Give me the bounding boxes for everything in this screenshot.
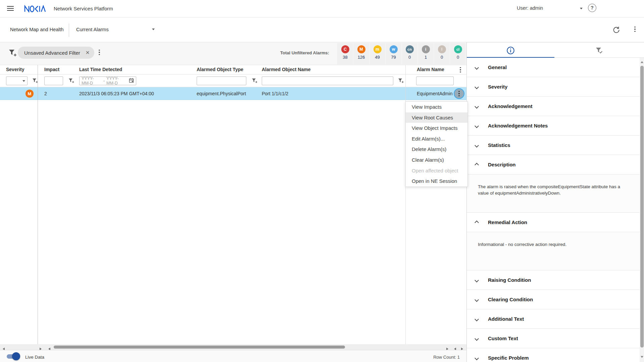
panel-tab-bar: [467, 42, 644, 58]
user-menu[interactable]: User: admin: [517, 5, 543, 11]
advanced-filter-chip[interactable]: Unsaved Advanced Filter ✕: [18, 47, 94, 59]
severity-badge-cell[interactable]: M126: [353, 43, 369, 64]
col-header-last-time-detected[interactable]: Last Time Detected: [79, 67, 122, 72]
section-description[interactable]: Description: [467, 155, 640, 174]
menu-item-clear-alarm-s[interactable]: Clear Alarm(s): [406, 155, 467, 165]
filter-kebab-menu[interactable]: [97, 50, 102, 55]
tab-filter[interactable]: [555, 43, 643, 58]
severity-badge-cell[interactable]: I0: [434, 43, 450, 64]
severity-badge-cell[interactable]: m49: [369, 43, 385, 64]
status-bar: Live Data Row Count: 1: [0, 350, 466, 362]
severity-major-badge: M: [26, 90, 34, 98]
menu-item-open-affected-object: Open affected object: [406, 165, 467, 176]
severity-I-icon: I: [438, 45, 446, 53]
breadcrumb[interactable]: Network Map and Health: [10, 27, 64, 32]
severity-badge-cell[interactable]: cn0: [402, 43, 417, 64]
filter-plus-icon[interactable]: [398, 78, 404, 85]
section-custom-text[interactable]: Custom Text: [467, 329, 640, 348]
refresh-icon[interactable]: [613, 26, 621, 34]
severity-count: 1: [425, 55, 427, 60]
scrollbar-thumb[interactable]: [640, 66, 644, 348]
cell-impact: 2: [44, 87, 47, 100]
chevron-down-icon: [475, 103, 481, 109]
cell-alarm-name: EquipmentAdmin: [417, 87, 453, 100]
chevron-down-icon: [475, 297, 481, 303]
menu-item-delete-alarm-s[interactable]: Delete Alarm(s): [406, 144, 467, 155]
severity-count: 49: [375, 55, 380, 60]
section-general[interactable]: General: [467, 58, 640, 77]
menu-item-open-in-ne-session[interactable]: Open in NE Session: [406, 176, 467, 187]
chevron-up-icon: [475, 162, 481, 168]
col-header-severity[interactable]: Severity: [6, 67, 24, 72]
impact-filter-input[interactable]: [44, 76, 63, 85]
section-title: Statistics: [488, 142, 510, 148]
severity-filter-select[interactable]: [6, 76, 28, 85]
alarm-row[interactable]: M 2 2023/11/3 06:05:23 PM GMT+04:00 equi…: [0, 87, 466, 100]
section-statistics[interactable]: Statistics: [467, 136, 640, 155]
section-severity[interactable]: Severity: [467, 77, 640, 97]
filter-plus-icon[interactable]: [68, 78, 74, 85]
section-title: Acknowledgement: [488, 103, 533, 109]
filter-check-icon: [595, 47, 603, 54]
section-title: Custom Text: [488, 335, 518, 341]
help-icon[interactable]: ?: [588, 4, 596, 12]
hamburger-menu-icon[interactable]: [7, 6, 14, 11]
chevron-down-icon: [475, 335, 481, 342]
section-clearing-condition[interactable]: Clearing Condition: [467, 290, 640, 309]
alarms-table: Severity Impact Last Time Detected Alarm…: [0, 65, 466, 344]
scroll-up-icon[interactable]: [641, 61, 643, 63]
row-context-menu: View ImpactsView Root CausesView Object …: [405, 101, 468, 187]
alarmed-object-type-filter-input[interactable]: [197, 76, 246, 85]
add-filter-icon[interactable]: [8, 48, 17, 58]
severity-badge-cell[interactable]: cl0: [450, 43, 466, 64]
section-additional-text[interactable]: Additional Text: [467, 309, 640, 329]
filter-plus-icon[interactable]: [252, 78, 257, 85]
toolbar-kebab-menu[interactable]: [632, 27, 638, 32]
calendar-icon[interactable]: [129, 78, 134, 84]
nokia-logo: [24, 5, 46, 14]
top-bar: Network Services Platform User: admin ?: [0, 0, 644, 17]
section-acknowledgement-notes[interactable]: Acknowledgement Notes: [467, 116, 640, 136]
alarmed-object-name-filter-input[interactable]: [262, 76, 393, 85]
col-header-alarmed-object-name[interactable]: Alarmed Object Name: [262, 67, 311, 72]
section-title: General: [488, 64, 507, 70]
chevron-down-icon[interactable]: [580, 8, 583, 9]
menu-item-view-root-causes[interactable]: View Root Causes: [406, 112, 467, 123]
col-header-alarm-name[interactable]: Alarm Name: [417, 67, 444, 72]
severity-badge-cell[interactable]: w79: [386, 43, 401, 64]
view-selector-dropdown[interactable]: Current Alarms: [76, 27, 143, 32]
chevron-down-icon: [475, 355, 481, 361]
filter-plus-icon[interactable]: [32, 78, 38, 85]
live-data-toggle[interactable]: [7, 353, 20, 359]
menu-item-edit-alarm-s[interactable]: Edit Alarm(s)...: [406, 134, 467, 144]
horizontal-scrollbar[interactable]: [0, 344, 466, 350]
row-count: Row Count: 1: [393, 355, 460, 360]
section-remedial-action[interactable]: Remedial Action: [467, 213, 640, 232]
chevron-down-icon[interactable]: [152, 29, 155, 30]
menu-item-view-object-impacts[interactable]: View Object Impacts: [406, 123, 467, 134]
severity-i-icon: i: [422, 45, 430, 53]
section-title: Clearing Condition: [488, 297, 533, 302]
filter-strip: Unsaved Advanced Filter ✕ Total Unfilter…: [0, 42, 466, 65]
severity-badge-cell[interactable]: C38: [337, 43, 353, 64]
col-header-impact[interactable]: Impact: [44, 67, 59, 72]
section-specific-problem[interactable]: Specific Problem: [467, 348, 640, 362]
section-raising-condition[interactable]: Raising Condition: [467, 270, 640, 290]
section-acknowledgement[interactable]: Acknowledgement: [467, 97, 640, 116]
col-header-alarmed-object-type[interactable]: Alarmed Object Type: [197, 67, 243, 72]
close-icon[interactable]: ✕: [86, 50, 90, 56]
alarm-name-filter-input[interactable]: [416, 76, 454, 85]
scrollbar-thumb[interactable]: [54, 346, 345, 349]
menu-item-view-impacts[interactable]: View Impacts: [406, 102, 467, 112]
severity-badge-cell[interactable]: i1: [418, 43, 434, 64]
tab-info[interactable]: [467, 43, 554, 58]
column-settings-kebab-icon[interactable]: [458, 67, 463, 72]
severity-m-icon: m: [374, 45, 382, 53]
section-title: Acknowledgement Notes: [488, 123, 548, 128]
date-range-filter[interactable]: YYYY-MM-D - YYYY-MM-D: [79, 76, 136, 85]
info-icon: [506, 46, 515, 55]
severity-w-icon: w: [390, 45, 398, 53]
row-actions-kebab-button[interactable]: [454, 88, 464, 99]
vertical-scrollbar[interactable]: [640, 58, 644, 362]
scroll-down-icon[interactable]: [641, 356, 643, 358]
